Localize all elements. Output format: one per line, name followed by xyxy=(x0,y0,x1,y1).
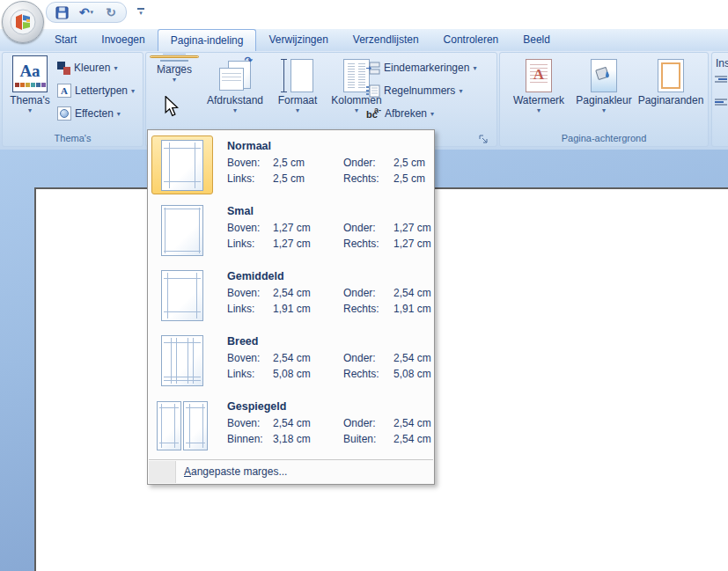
dropdown-arrow-icon: ▾ xyxy=(296,106,299,114)
themas-button[interactable]: Aa Thema's ▾ xyxy=(5,55,55,131)
tab-controleren[interactable]: Controleren xyxy=(431,29,511,52)
option-title: Breed xyxy=(227,335,258,348)
page-borders-icon xyxy=(658,59,684,92)
dropdown-arrow-icon: ▾ xyxy=(117,110,121,118)
title-bar: ↶ ▾ ↻ ▾ xyxy=(0,0,728,29)
ribbon-tab-strip: Start Invoegen Pagina-indeling Verwijzin… xyxy=(0,29,728,52)
margins-mirrored-icon xyxy=(157,401,208,450)
dropdown-arrow-icon: ▾ xyxy=(537,106,540,114)
tab-verzendlijsten[interactable]: Verzendlijsten xyxy=(341,29,431,52)
option-values: Boven:2,54 cm Onder:2,54 cm Links:5,08 c… xyxy=(227,352,453,380)
undo-icon: ↶ xyxy=(79,5,90,19)
tab-verwijzingen[interactable]: Verwijzingen xyxy=(256,29,340,52)
group-pagina-achtergrond: A Watermerk ▾ Paginakleur ▾ xyxy=(499,52,709,147)
margins-option-gespiegeld[interactable]: Gespiegeld Boven:2,54 cm Onder:2,54 cm B… xyxy=(148,393,434,458)
undo-button[interactable]: ↶ ▾ xyxy=(73,4,99,21)
lettertypen-button[interactable]: A Lettertypen ▾ xyxy=(57,81,135,100)
dropdown-arrow-icon: ▾ xyxy=(131,87,135,95)
page-size-icon xyxy=(283,59,313,92)
afbreken-button[interactable]: bc a- Afbreken ▾ xyxy=(366,104,434,123)
dropdown-arrow-icon: ▾ xyxy=(602,106,606,114)
paginakleur-button[interactable]: Paginakleur ▾ xyxy=(572,55,636,131)
breaks-icon xyxy=(366,62,380,75)
undo-dropdown-arrow-icon[interactable]: ▾ xyxy=(91,9,94,16)
page-setup-dialog-launcher[interactable] xyxy=(478,133,489,144)
margins-normal-icon xyxy=(161,140,203,191)
themas-icon: Aa xyxy=(12,55,48,92)
redo-icon: ↻ xyxy=(106,5,116,19)
margins-option-breed[interactable]: Breed Boven:2,54 cm Onder:2,54 cm Links:… xyxy=(148,328,434,393)
save-icon xyxy=(55,6,69,19)
dropdown-arrow-icon: ▾ xyxy=(355,106,358,114)
paginakleur-button-label: Paginakleur xyxy=(576,95,631,106)
office-logo-icon xyxy=(10,9,36,35)
theme-fonts-icon: A xyxy=(57,84,71,98)
tab-invoegen[interactable]: Invoegen xyxy=(89,29,157,52)
dropdown-arrow-icon: ▾ xyxy=(430,110,434,118)
orientation-icon: ↷ xyxy=(219,59,251,92)
margins-dropdown-menu: Normaal Boven:2,5 cm Onder:2,5 cm Links:… xyxy=(147,129,435,485)
theme-colors-icon xyxy=(57,62,70,75)
margins-narrow-icon xyxy=(161,205,203,256)
hyphenation-icon: bc a- xyxy=(366,107,381,120)
option-values: Boven:2,5 cm Onder:2,5 cm Links:2,5 cm R… xyxy=(227,157,453,185)
option-title: Normaal xyxy=(227,140,271,152)
quick-access-toolbar: ↶ ▾ ↻ xyxy=(46,2,127,23)
marges-button[interactable]: Marges ▾ xyxy=(150,55,199,58)
indent-right-icon xyxy=(715,99,728,109)
custom-margins-item[interactable]: Aangepaste marges... xyxy=(148,460,434,484)
group-label-themas: Thema's xyxy=(3,132,143,145)
margins-option-gemiddeld[interactable]: Gemiddeld Boven:2,54 cm Onder:2,54 cm Li… xyxy=(148,263,434,328)
formaat-button[interactable]: Formaat ▾ xyxy=(271,55,324,131)
effecten-button[interactable]: Effecten ▾ xyxy=(57,104,121,123)
margins-icon xyxy=(160,60,188,62)
save-button[interactable] xyxy=(52,4,71,21)
dialog-launcher-icon xyxy=(478,134,489,145)
option-values: Boven:2,54 cm Onder:2,54 cm Binnen:3,18 … xyxy=(227,417,453,445)
custom-margins-label: Aangepaste marges... xyxy=(184,465,287,478)
option-values: Boven:1,27 cm Onder:1,27 cm Links:1,27 c… xyxy=(227,222,453,250)
word-window: ↶ ▾ ↻ ▾ Start Invoegen Pagina-indeling V… xyxy=(0,0,728,571)
dropdown-arrow-icon: ▾ xyxy=(459,87,462,95)
margins-wide-icon xyxy=(161,335,203,386)
indent-left-icon xyxy=(715,76,728,86)
page-color-icon xyxy=(591,59,617,92)
theme-effects-icon xyxy=(57,106,71,121)
menu-gutter xyxy=(149,461,176,483)
regelnummers-button[interactable]: Regelnummers ▾ xyxy=(366,81,462,100)
clipped-group-text: Ins xyxy=(716,57,728,70)
option-title: Gemiddeld xyxy=(227,270,284,282)
watermark-icon: A xyxy=(526,59,552,92)
tab-beeld[interactable]: Beeld xyxy=(511,29,563,52)
eindemarkeringen-button[interactable]: Eindemarkeringen ▾ xyxy=(366,58,476,77)
dropdown-arrow-icon: ▾ xyxy=(173,76,176,84)
afdrukstand-button[interactable]: ↷ Afdrukstand ▾ xyxy=(199,55,271,131)
option-values: Boven:2,54 cm Onder:2,54 cm Links:1,91 c… xyxy=(227,287,453,315)
group-label-pagina-achtergrond: Pagina-achtergrond xyxy=(500,132,708,145)
margins-moderate-icon xyxy=(161,270,203,321)
dropdown-arrow-icon: ▾ xyxy=(28,106,32,114)
dropdown-arrow-icon: ▾ xyxy=(114,64,117,72)
kleuren-button[interactable]: Kleuren ▾ xyxy=(57,58,117,77)
margins-option-normaal[interactable]: Normaal Boven:2,5 cm Onder:2,5 cm Links:… xyxy=(148,133,434,198)
formaat-button-label: Formaat xyxy=(278,95,318,106)
tab-pagina-indeling[interactable]: Pagina-indeling xyxy=(158,29,257,52)
group-themas: Aa Thema's ▾ Kleuren ▾ A Lettertypen ▾ xyxy=(2,52,143,147)
customize-quick-access-button[interactable]: ▾ xyxy=(134,4,148,19)
watermerk-button[interactable]: A Watermerk ▾ xyxy=(507,55,570,131)
paginaranden-button-label: Paginaranden xyxy=(638,95,704,106)
dropdown-arrow-icon: ▾ xyxy=(473,64,476,72)
dropdown-arrow-icon: ▾ xyxy=(233,106,237,114)
option-title: Gespiegeld xyxy=(227,400,286,413)
redo-button[interactable]: ↻ xyxy=(101,4,121,21)
office-button[interactable] xyxy=(2,1,44,43)
afdrukstand-button-label: Afdrukstand xyxy=(207,95,263,106)
group-alinea-clipped: Ins xyxy=(711,52,728,147)
margins-option-smal[interactable]: Smal Boven:1,27 cm Onder:1,27 cm Links:1… xyxy=(148,198,434,263)
paginaranden-button[interactable]: Paginaranden xyxy=(636,55,706,131)
watermerk-button-label: Watermerk xyxy=(513,95,564,106)
themas-button-label: Thema's xyxy=(10,95,50,106)
tab-start[interactable]: Start xyxy=(42,29,89,52)
line-numbers-icon xyxy=(366,84,380,98)
option-title: Smal xyxy=(227,205,254,217)
